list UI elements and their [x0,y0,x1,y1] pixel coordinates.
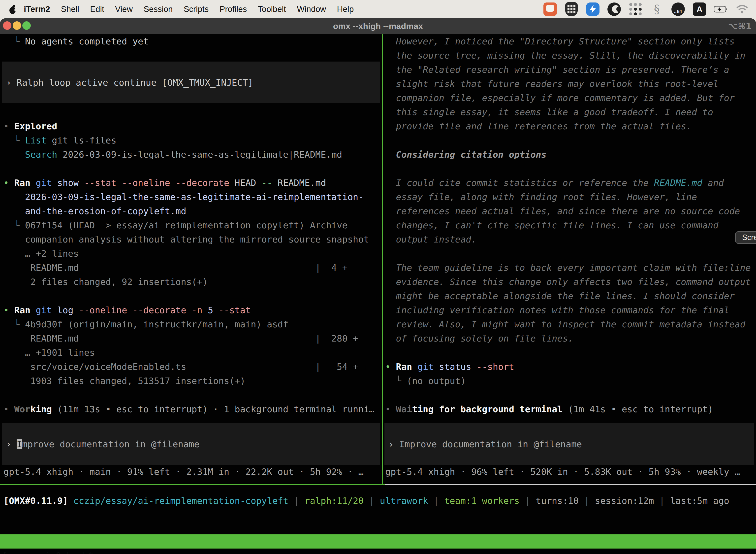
text-segment: review. Also, I might want to inspect th… [396,319,745,329]
text-segment [385,36,396,46]
text-segment: The team guideline is to back every impo… [396,263,751,273]
text-segment [385,277,396,287]
text-segment: • [385,404,396,414]
terminal-line: slight risk that future readers may over… [385,77,756,91]
crescent-circle-icon[interactable] [607,2,621,16]
text-segment [46,135,52,146]
terminal-line: 2 files changed, 92 insertions(+) [3,275,382,289]
text-segment: --stat [218,305,251,315]
menu-item-scripts[interactable]: Scripts [178,4,214,14]
battery-icon[interactable] [714,2,728,16]
text-segment: Search [25,150,57,160]
text-segment: › [388,439,399,449]
terminal-line: … +2 lines [3,246,382,261]
text-segment: ting for background terminal [412,404,563,414]
terminal-line [3,105,382,119]
menu-item-toolbelt[interactable]: Toolbelt [252,4,292,14]
window-title-bar[interactable]: omx --xhigh --madmax ⌥⌘1 [0,18,756,34]
text-segment: [OMX#0.11.9] [3,496,68,506]
terminal-line: └ No agents completed yet [3,34,382,48]
chat-app-icon[interactable] [543,2,557,16]
squiggle-icon[interactable]: § [650,2,664,16]
menu-item-iterm2[interactable]: iTerm2 [17,4,56,14]
text-segment: README.md [654,178,702,188]
window-shortcut-badge: ⌥⌘1 [728,18,752,34]
shield-grid-icon[interactable] [565,2,578,16]
text-segment [385,319,396,329]
percent-badge-icon[interactable]: ..61 [671,2,685,16]
menu-item-help[interactable]: Help [331,4,359,14]
text-segment: 2026-03-09-is-legal-the-same-as-legitima… [25,192,364,202]
menu-item-profiles[interactable]: Profiles [214,4,252,14]
text-segment: the "Related research writing" section i… [396,64,729,75]
text-segment [3,192,25,202]
text-segment: status [439,362,471,372]
terminal-line [3,77,382,91]
text-segment [68,496,73,506]
terminal-line: review. Also, I might want to inspect th… [385,317,756,331]
text-segment [385,220,396,230]
text-segment: └ [3,36,25,46]
terminal-line: companion analysis without altering the … [3,232,382,246]
terminal-line [385,246,756,261]
text-segment: └ [3,220,25,230]
terminal-line: I could cite commit statistics or refere… [385,176,756,190]
text-segment: --oneline --decorate [79,305,186,315]
terminal-line: Search 2026-03-09-is-legal-the-same-as-l… [3,148,382,162]
terminal-line: └ List git ls-files [3,133,382,148]
terminal-line [385,162,756,176]
apple-menu-icon[interactable] [7,4,17,14]
menu-item-session[interactable]: Session [138,4,178,14]
window-title: omx --xhigh --madmax [0,18,756,34]
text-segment: No agents completed yet [25,36,149,46]
pane-border-bottom-left [0,484,385,485]
pane-divider-vertical[interactable] [382,34,383,485]
menu-item-window[interactable]: Window [292,4,331,14]
terminal-line: • Ran git status --short [385,359,756,374]
text-segment: | [579,496,595,506]
terminal-line [3,289,382,303]
terminal-line: companion file, especially if more comme… [385,91,756,105]
bolt-hex-icon[interactable] [586,2,600,16]
terminal-line: └ (no output) [385,374,756,388]
omx-status-line: [OMX#0.11.9] cczip/essay/ai-reimplementa… [3,494,729,508]
text-segment [385,234,396,244]
terminal-line: • Explored [3,119,382,133]
menu-item-edit[interactable]: Edit [84,4,110,14]
text-segment: and [702,178,724,188]
text-segment: (1m 41s • esc to interrupt) [563,404,713,414]
text-segment [385,192,396,202]
text-segment: 2026-03-09-is-legal-the-same-as-legitima… [63,150,342,160]
text-segment: 4b9d30f (origin/main, instructkr/main, m… [25,319,289,329]
text-segment [385,305,396,315]
text-segment: -- [261,178,272,188]
terminal-line [385,345,756,359]
text-segment: session:12m [595,496,654,506]
letter-a-icon[interactable]: A [693,2,706,16]
text-segment [385,333,396,343]
terminal-line [3,162,382,176]
text-segment [385,206,396,216]
menu-item-view[interactable]: View [110,4,138,14]
left-prompt-input[interactable]: › Improve documentation in @filename [2,423,380,465]
text-segment [213,305,218,315]
left-terminal-pane[interactable]: └ No agents completed yet• Explored └ Li… [0,34,382,484]
text-segment: essay file, along with finding root file… [396,192,697,202]
text-segment: | [364,496,380,506]
right-terminal-pane[interactable]: However, I noticed the "Directory Struct… [383,34,756,484]
text-segment [202,305,208,315]
text-segment: I could cite commit statistics or refere… [396,178,654,188]
wifi-icon[interactable] [735,2,749,16]
terminal-line: README.md | 4 + [3,261,382,275]
text-segment [385,64,396,75]
right-prompt-input[interactable]: › Improve documentation in @filename [384,423,754,465]
text-segment: provide file and line references from th… [396,121,692,131]
menu-item-shell[interactable]: Shell [56,4,84,14]
text-segment [52,305,57,315]
text-segment [79,178,84,188]
text-segment: | [520,496,536,506]
iterm2-window: omx --xhigh --madmax ⌥⌘1 › Ralph loop ac… [0,18,756,554]
text-segment [385,79,396,89]
left-model-status: gpt-5.4 xhigh · main · 91% left · 2.31M … [3,465,364,479]
dots-grid-icon[interactable] [629,2,642,16]
